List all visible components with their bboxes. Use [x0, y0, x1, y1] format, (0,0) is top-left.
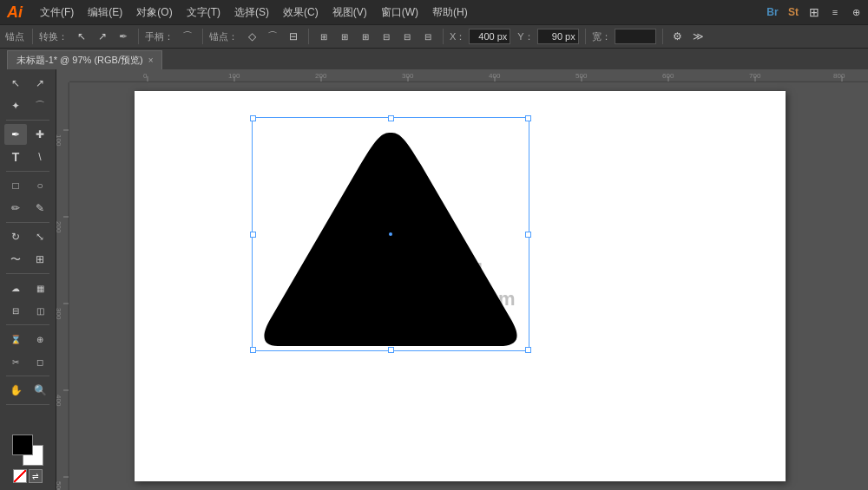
svg-text:500: 500 [56, 481, 62, 490]
pencil-tool[interactable]: ✎ [29, 198, 51, 219]
menu-file[interactable]: 文件(F) [33, 2, 81, 23]
rotate-tool[interactable]: ↻ [4, 226, 27, 247]
align-middle[interactable]: ⊟ [398, 28, 416, 45]
tool-sep-4 [6, 273, 49, 274]
y-input[interactable] [537, 29, 579, 44]
transform-label: 转换： [39, 30, 68, 43]
mesh-tool[interactable]: ⊟ [4, 300, 27, 321]
menu-edit[interactable]: 编辑(E) [81, 2, 129, 23]
sep2 [138, 29, 139, 44]
anchor-label: 锚点 [5, 30, 24, 43]
add-anchor-tool[interactable]: ✚ [29, 124, 51, 145]
type-tool[interactable]: T [4, 147, 27, 167]
align-bottom[interactable]: ⊟ [419, 28, 437, 45]
app-logo: Ai [3, 3, 26, 22]
menu-object[interactable]: 对象(O) [129, 2, 179, 23]
options-toolbar: 锚点 转换： ↖ ↗ ✒ 手柄： ⌒ 锚点： ◇ ⌒ ⊟ ⊞ ⊞ ⊞ ⊟ ⊟ ⊟… [0, 24, 868, 49]
transform-btn3[interactable]: ✒ [115, 28, 132, 45]
workspace-icon[interactable]: ≡ [826, 3, 844, 21]
rectangle-tool[interactable]: □ [4, 175, 27, 196]
blend-tool[interactable]: ⊕ [29, 329, 51, 350]
direct-selection-tool[interactable]: ↗ [29, 73, 51, 94]
shape-svg[interactable] [252, 117, 529, 351]
document-tab[interactable]: 未标题-1* @ 97% (RGB/预览) × [7, 50, 162, 69]
tab-close-button[interactable]: × [148, 56, 154, 65]
shape-container[interactable] [252, 117, 529, 351]
bridge-icon[interactable]: Br [764, 3, 781, 21]
magic-wand-tool[interactable]: ✦ [4, 95, 27, 116]
tool-sep-5 [6, 324, 49, 325]
swatch-row2: ⇌ [13, 469, 43, 483]
scissors-tool[interactable]: ✂ [4, 351, 27, 372]
width-label: 宽： [592, 30, 611, 43]
transform-btn2[interactable]: ↗ [94, 28, 111, 45]
tool-row-6: ✏ ✎ [4, 198, 51, 219]
menu-select[interactable]: 选择(S) [227, 2, 276, 23]
anchor2-label: 锚点： [209, 30, 238, 43]
tool-row-13: ✋ 🔍 [4, 380, 51, 401]
free-transform-tool[interactable]: ⊞ [29, 249, 51, 270]
anchor-btn1[interactable]: ◇ [243, 28, 260, 45]
align-top[interactable]: ⊟ [378, 28, 395, 45]
svg-text:100: 100 [56, 134, 62, 147]
tool-sep-1 [6, 120, 49, 121]
paintbrush-tool[interactable]: ✏ [4, 198, 27, 219]
handle-label: 手柄： [145, 30, 174, 43]
tool-row-7: ↻ ⤡ [4, 226, 51, 247]
vertical-ruler: 100 200 300 400 500 [56, 82, 69, 490]
more-btn[interactable]: ≫ [690, 28, 707, 45]
svg-text:400: 400 [56, 395, 62, 407]
anchor-btn2[interactable]: ⌒ [264, 28, 281, 45]
tool-sep-7 [6, 404, 49, 405]
lasso-tool[interactable]: ⌒ [29, 95, 51, 116]
transform-btn1[interactable]: ↖ [73, 28, 90, 45]
none-swatch[interactable] [13, 469, 27, 483]
tool-row-12: ✂ ◻ [4, 351, 51, 372]
tool-row-2: ✦ ⌒ [4, 95, 51, 116]
x-input[interactable] [469, 29, 510, 44]
hand-tool[interactable]: ✋ [4, 380, 27, 401]
tab-title: 未标题-1* @ 97% (RGB/预览) [16, 54, 143, 67]
line-tool[interactable]: \ [29, 147, 51, 167]
color-swatches: ⇌ [9, 431, 47, 487]
sep1 [32, 29, 33, 44]
anchor-distribute[interactable]: ⊟ [285, 28, 302, 45]
align-right[interactable]: ⊞ [357, 28, 374, 45]
sep5 [443, 29, 444, 44]
zoom-tool[interactable]: 🔍 [29, 380, 51, 401]
x-label: X： [450, 30, 465, 43]
selection-tool[interactable]: ↖ [4, 73, 27, 94]
scale-tool[interactable]: ⤡ [29, 226, 51, 247]
handle-btn[interactable]: ⌒ [179, 28, 196, 45]
fill-swatch[interactable] [12, 434, 33, 455]
grid-icon[interactable]: ⊞ [806, 3, 823, 21]
sep4 [308, 29, 309, 44]
y-label: Y： [517, 30, 533, 43]
swap-swatch[interactable]: ⇌ [29, 469, 43, 483]
sep3 [202, 29, 203, 44]
menu-view[interactable]: 视图(V) [326, 2, 374, 23]
menu-effect[interactable]: 效果(C) [276, 2, 326, 23]
gradient-tool[interactable]: ◫ [29, 300, 51, 321]
align-left[interactable]: ⊞ [315, 28, 332, 45]
symbol-sprayer-tool[interactable]: ☁ [4, 278, 27, 298]
tool-row-4: T \ [4, 147, 51, 167]
canvas-container[interactable]: ✗/ 网 system.com [69, 82, 868, 490]
menu-help[interactable]: 帮助(H) [425, 2, 475, 23]
column-graph-tool[interactable]: ▦ [29, 278, 51, 298]
width-input[interactable] [615, 29, 656, 44]
menu-type[interactable]: 文字(T) [180, 2, 227, 23]
pen-tool[interactable]: ✒ [4, 124, 27, 145]
eyedropper-tool[interactable]: ⌛ [4, 329, 27, 350]
tool-sep-2 [6, 171, 49, 172]
align-center[interactable]: ⊞ [336, 28, 353, 45]
ellipse-tool[interactable]: ○ [29, 175, 51, 196]
warp-tool[interactable]: 〜 [4, 249, 27, 270]
search-apps-icon[interactable]: ⊕ [847, 3, 865, 21]
menu-window[interactable]: 窗口(W) [374, 2, 425, 23]
options-btn[interactable]: ⚙ [669, 28, 687, 45]
eraser-tool[interactable]: ◻ [29, 351, 51, 372]
svg-text:200: 200 [56, 221, 62, 233]
stock-icon[interactable]: St [785, 3, 802, 21]
fill-stroke-swatches[interactable] [12, 434, 43, 466]
